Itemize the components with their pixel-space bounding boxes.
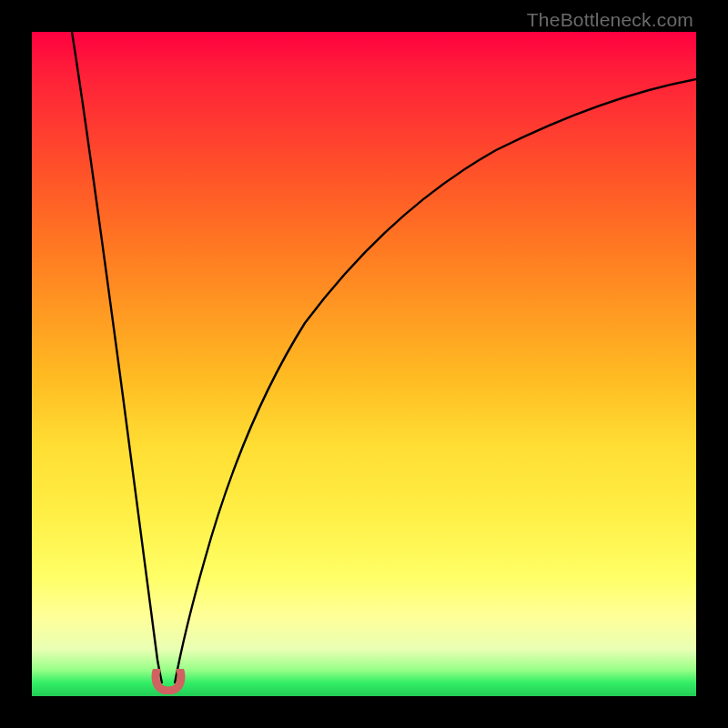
curve-path — [72, 32, 696, 683]
optimal-marker — [151, 669, 186, 694]
chart-container: TheBottleneck.com — [0, 0, 728, 728]
bottleneck-curve — [32, 32, 696, 696]
watermark-text: TheBottleneck.com — [527, 9, 693, 31]
plot-area — [32, 32, 696, 696]
u-marker-icon — [151, 669, 186, 694]
